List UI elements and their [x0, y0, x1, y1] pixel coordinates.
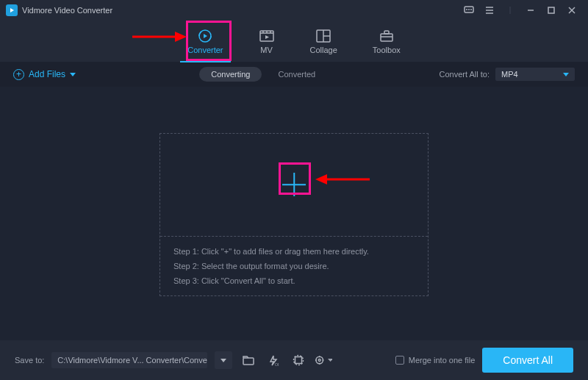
tab-collage-label: Collage — [310, 46, 337, 54]
drop-area-plus-zone[interactable] — [160, 134, 428, 237]
titlebar-left: Vidmore Video Converter — [6, 4, 112, 16]
close-button[interactable] — [562, 2, 582, 18]
mv-icon — [259, 29, 275, 43]
tab-mv[interactable]: MV — [259, 21, 275, 62]
titlebar: Vidmore Video Converter — [0, 0, 588, 21]
drop-area[interactable]: Step 1: Click "+" to add files or drag t… — [159, 133, 429, 296]
plus-circle-icon: + — [13, 69, 24, 80]
subtabs: Converting Converted — [199, 67, 315, 82]
save-to-dropdown[interactable] — [215, 351, 232, 369]
svg-rect-33 — [295, 357, 302, 364]
chevron-down-icon — [328, 359, 333, 362]
save-to-label: Save to: — [15, 356, 44, 365]
svg-text:OFF: OFF — [275, 362, 279, 366]
svg-rect-30 — [243, 358, 254, 365]
tab-mv-label: MV — [260, 46, 273, 54]
save-to-path[interactable]: C:\Vidmore\Vidmore V... Converter\Conver… — [51, 352, 207, 368]
chevron-down-icon — [70, 73, 76, 76]
main-tabs: Converter MV Collage Toolbox — [0, 21, 588, 62]
svg-rect-10 — [548, 7, 554, 13]
open-folder-button[interactable] — [240, 351, 257, 369]
tab-collage[interactable]: Collage — [310, 21, 337, 62]
maximize-button[interactable] — [541, 2, 562, 18]
merge-label: Merge into one file — [409, 356, 476, 365]
stage: Step 1: Click "+" to add files or drag t… — [0, 88, 588, 340]
svg-point-36 — [319, 359, 321, 362]
instructions: Step 1: Click "+" to add files or drag t… — [160, 237, 428, 295]
svg-point-3 — [468, 9, 469, 10]
format-select[interactable]: MP4 — [495, 68, 575, 81]
step-1: Step 1: Click "+" to add files or drag t… — [173, 247, 415, 256]
divider — [500, 2, 520, 18]
step-3: Step 3: Click "Convert All" to start. — [173, 276, 415, 285]
chevron-down-icon — [563, 73, 569, 76]
format-value: MP4 — [501, 70, 518, 79]
hw-accel-button[interactable]: OFF — [265, 351, 282, 369]
app-title: Vidmore Video Converter — [22, 6, 112, 15]
svg-marker-27 — [70, 73, 76, 76]
convert-all-to: Convert All to: MP4 — [440, 68, 575, 81]
svg-marker-28 — [563, 73, 569, 76]
subtab-converting[interactable]: Converting — [199, 67, 262, 82]
svg-marker-14 — [204, 34, 207, 38]
save-to-path-text: C:\Vidmore\Vidmore V... Converter\Conver… — [57, 356, 207, 365]
svg-rect-24 — [381, 34, 392, 41]
window-controls — [459, 2, 582, 18]
tab-toolbox-label: Toolbox — [373, 46, 401, 54]
step-2: Step 2: Select the output format you des… — [173, 262, 415, 270]
convert-all-label: Convert All — [503, 354, 553, 366]
svg-marker-0 — [10, 8, 14, 12]
bottom-bar: Save to: C:\Vidmore\Vidmore V... Convert… — [0, 340, 588, 380]
toolbox-icon — [379, 29, 395, 43]
high-speed-button[interactable] — [290, 351, 307, 369]
subtab-converting-label: Converting — [211, 70, 250, 79]
svg-marker-20 — [265, 35, 269, 39]
svg-marker-29 — [220, 359, 226, 362]
convert-all-to-label: Convert All to: — [440, 70, 490, 79]
tab-toolbox[interactable]: Toolbox — [373, 21, 401, 62]
checkbox-icon — [395, 356, 404, 365]
feedback-icon[interactable] — [459, 2, 479, 18]
convert-all-button[interactable]: Convert All — [482, 348, 573, 373]
app-logo-icon — [6, 4, 18, 16]
add-files-button[interactable]: + Add Files — [13, 69, 76, 80]
svg-marker-41 — [328, 359, 333, 362]
subbar: + Add Files Converting Converted Convert… — [0, 62, 588, 87]
svg-point-35 — [316, 356, 323, 364]
merge-checkbox[interactable]: Merge into one file — [395, 356, 476, 365]
subtab-converted[interactable]: Converted — [278, 70, 315, 79]
subtab-converted-label: Converted — [278, 70, 315, 79]
add-plus-icon[interactable] — [282, 173, 306, 196]
add-files-label: Add Files — [29, 69, 65, 79]
svg-point-2 — [466, 9, 467, 10]
tab-converter[interactable]: Converter — [187, 21, 223, 62]
menu-icon[interactable] — [479, 2, 500, 18]
svg-point-4 — [470, 9, 471, 10]
collage-icon — [315, 29, 331, 43]
settings-button[interactable] — [315, 351, 332, 369]
tab-converter-label: Converter — [187, 46, 223, 54]
minimize-button[interactable] — [520, 2, 541, 18]
svg-rect-25 — [384, 31, 389, 34]
converter-icon — [197, 29, 213, 43]
